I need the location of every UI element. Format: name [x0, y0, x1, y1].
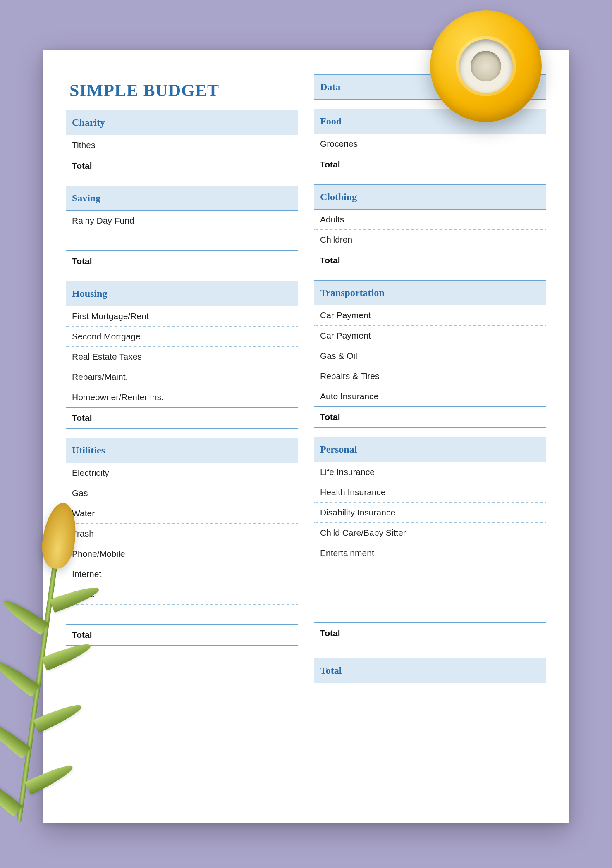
line-item-label: Child Care/Baby Sitter	[314, 523, 453, 543]
line-item-label: Disability Insurance	[314, 503, 453, 522]
line-item-label: Rainy Day Fund	[66, 211, 205, 231]
line-item: Repairs & Tires	[314, 366, 546, 386]
line-item: Adults	[314, 210, 546, 230]
total-label: Total	[314, 155, 453, 174]
total-value[interactable]	[453, 255, 546, 265]
line-item-value[interactable]	[205, 508, 298, 518]
total-label: Total	[314, 623, 453, 643]
line-item-label: Car Payment	[314, 305, 453, 325]
line-item-value[interactable]	[453, 351, 546, 361]
total-label: Total	[66, 251, 205, 271]
blank-row[interactable]	[66, 231, 298, 251]
section-title: Utilities	[72, 445, 292, 456]
line-item-value[interactable]	[453, 139, 546, 149]
section-title: Saving	[72, 193, 292, 204]
section-total: Total	[66, 250, 298, 272]
total-value[interactable]	[453, 628, 546, 638]
line-item-value[interactable]	[205, 589, 298, 599]
line-item-value[interactable]	[205, 488, 298, 498]
line-item-label: Entertainment	[314, 543, 453, 563]
grand-total-value[interactable]	[452, 658, 540, 683]
line-item-value[interactable]	[453, 235, 546, 245]
section-total: Total	[314, 250, 546, 271]
total-value[interactable]	[453, 160, 546, 169]
line-item: Children	[314, 230, 546, 250]
line-item: Phone/Mobile	[66, 544, 298, 564]
line-item: First Mortgage/Rent	[66, 306, 298, 327]
section-total: Total	[66, 624, 298, 646]
right-column: DataFoodGroceriesTotalClothingAdultsChil…	[314, 74, 546, 683]
line-item: Rainy Day Fund	[66, 211, 298, 231]
line-item-label: Electricity	[66, 463, 205, 483]
line-item-value[interactable]	[205, 468, 298, 478]
total-value[interactable]	[205, 630, 298, 640]
line-item-label: Tithes	[66, 135, 205, 155]
line-item-value[interactable]	[453, 371, 546, 381]
line-item-label: Second Mortgage	[66, 327, 205, 346]
line-item-value[interactable]	[453, 467, 546, 477]
line-item: Electricity	[66, 463, 298, 483]
line-item: Second Mortgage	[66, 327, 298, 347]
line-item-value[interactable]	[453, 215, 546, 224]
line-item: Real Estate Taxes	[66, 347, 298, 367]
blank-row[interactable]	[314, 603, 546, 623]
line-item: Car Payment	[314, 326, 546, 346]
line-item-value[interactable]	[453, 331, 546, 341]
section-header: Charity	[66, 110, 298, 135]
total-label: Total	[314, 250, 453, 270]
line-item-value[interactable]	[453, 508, 546, 517]
line-item: Entertainment	[314, 543, 546, 563]
line-item-value[interactable]	[205, 331, 298, 341]
line-item-value[interactable]	[205, 569, 298, 579]
blank-row[interactable]	[314, 563, 546, 583]
line-item-value[interactable]	[205, 549, 298, 559]
line-item-label: Gas	[66, 483, 205, 503]
line-item-label: Groceries	[314, 134, 453, 154]
line-item-label: Adults	[314, 210, 453, 229]
total-value[interactable]	[453, 412, 546, 422]
line-item-label: Auto Insurance	[314, 386, 453, 406]
line-item: Car Payment	[314, 305, 546, 326]
line-item-label: Internet	[66, 564, 205, 584]
section-housing: HousingFirst Mortgage/RentSecond Mortgag…	[66, 281, 298, 429]
line-item-value[interactable]	[205, 352, 298, 362]
section-title: Transportation	[320, 287, 540, 298]
line-item-value[interactable]	[205, 216, 298, 226]
line-item: Auto Insurance	[314, 386, 546, 407]
section-saving: SavingRainy Day FundTotal	[66, 186, 298, 272]
line-item-value[interactable]	[453, 391, 546, 401]
line-item: Groceries	[314, 134, 546, 154]
line-item-value[interactable]	[453, 487, 546, 497]
section-charity: CharityTithesTotal	[66, 110, 298, 176]
line-item-label: Life Insurance	[314, 462, 453, 482]
line-item-value[interactable]	[453, 310, 546, 320]
line-item-value[interactable]	[205, 140, 298, 150]
section-clothing: ClothingAdultsChildrenTotal	[314, 184, 546, 271]
blank-row[interactable]	[66, 605, 298, 625]
line-item-value[interactable]	[453, 548, 546, 558]
line-item-value[interactable]	[205, 372, 298, 382]
section-utilities: UtilitiesElectricityGasWaterTrashPhone/M…	[66, 438, 298, 646]
total-label: Total	[66, 625, 205, 645]
line-item: Water	[66, 503, 298, 524]
pen-decoration	[350, 859, 612, 868]
line-item-value[interactable]	[205, 392, 298, 402]
line-item: Internet	[66, 564, 298, 584]
line-item-label: Repairs & Tires	[314, 366, 453, 386]
section-personal: PersonalLife InsuranceHealth InsuranceDi…	[314, 437, 546, 644]
line-item-value[interactable]	[205, 311, 298, 321]
line-item: Child Care/Baby Sitter	[314, 523, 546, 543]
total-value[interactable]	[205, 161, 298, 171]
blank-row[interactable]	[314, 583, 546, 603]
section-title: Charity	[72, 117, 292, 128]
grand-total: Total	[314, 658, 546, 683]
section-header: Saving	[66, 186, 298, 211]
total-label: Total	[66, 408, 205, 428]
line-item: Homeowner/Renter Ins.	[66, 387, 298, 408]
total-value[interactable]	[205, 256, 298, 266]
line-item-value[interactable]	[205, 529, 298, 539]
line-item-value[interactable]	[453, 528, 546, 538]
line-item: Trash	[66, 524, 298, 544]
left-column: SIMPLE BUDGET CharityTithesTotalSavingRa…	[66, 74, 298, 683]
total-value[interactable]	[205, 413, 298, 423]
